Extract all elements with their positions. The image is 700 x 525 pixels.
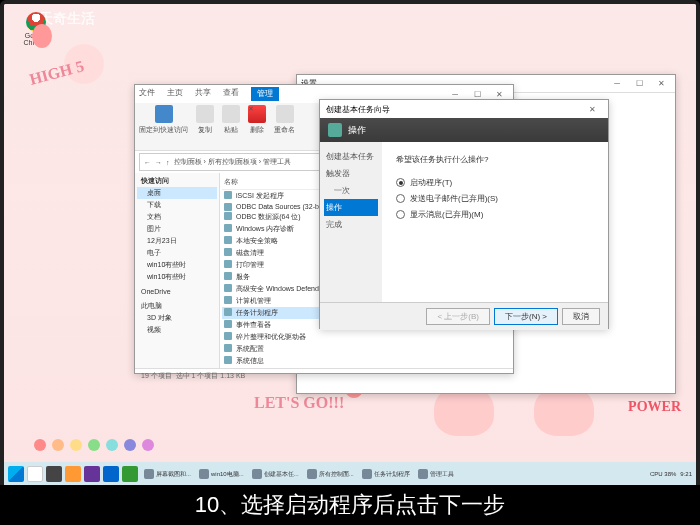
wizard-step-finish[interactable]: 完成 — [324, 216, 378, 233]
system-tray[interactable]: CPU 38% 9:21 — [650, 471, 692, 477]
ribbon-copy[interactable]: 复制 — [196, 105, 214, 135]
wizard-step-create[interactable]: 创建基本任务 — [324, 148, 378, 165]
radio-icon — [396, 178, 405, 187]
taskview-icon[interactable] — [46, 466, 62, 482]
maximize-button[interactable]: ☐ — [629, 77, 649, 91]
nav-up-icon[interactable]: ↑ — [166, 159, 170, 166]
wizard-header: 操作 — [320, 118, 608, 142]
taskbar-item[interactable]: 管理工具 — [415, 468, 457, 480]
wizard-step-trigger[interactable]: 触发器 — [324, 165, 378, 182]
ribbon-paste[interactable]: 粘贴 — [222, 105, 240, 135]
radio-show-message[interactable]: 显示消息(已弃用)(M) — [396, 209, 594, 220]
sidebar-onedrive[interactable]: OneDrive — [137, 287, 217, 296]
ribbon-delete[interactable]: ✕删除 — [248, 105, 266, 135]
tab-share[interactable]: 共享 — [195, 87, 211, 101]
wizard-window-title: 创建基本任务向导 — [326, 104, 390, 115]
tab-file[interactable]: 文件 — [139, 87, 155, 101]
radio-icon — [396, 194, 405, 203]
col-name[interactable]: 名称 — [224, 177, 238, 187]
file-item[interactable]: 系统信息 — [222, 355, 511, 367]
tray-time: 9:21 — [680, 471, 692, 477]
taskbar-item[interactable]: 任务计划程序 — [359, 468, 413, 480]
explorer-icon[interactable] — [65, 466, 81, 482]
minimize-button[interactable]: ─ — [607, 77, 627, 91]
delete-icon: ✕ — [248, 105, 266, 123]
search-icon[interactable] — [27, 466, 43, 482]
video-caption: 10、选择启动程序后点击下一步 — [0, 485, 700, 525]
paste-icon — [222, 105, 240, 123]
wizard-close-button[interactable]: ✕ — [582, 102, 602, 116]
color-dots — [34, 439, 154, 451]
taskbar-item[interactable]: 创建基本任... — [249, 468, 302, 480]
taskbar-item[interactable]: 屏幕截图和... — [141, 468, 194, 480]
tab-home[interactable]: 主页 — [167, 87, 183, 101]
sidebar-thispc[interactable]: 此电脑 — [137, 300, 217, 312]
balloon-sticker — [32, 24, 52, 48]
address-text: 控制面板 › 所有控制面板项 › 管理工具 — [174, 157, 291, 167]
wizard-main-panel: 希望该任务执行什么操作? 启动程序(T) 发送电子邮件(已弃用)(S) 显示消息… — [382, 142, 608, 302]
sidebar-downloads[interactable]: 下载 — [137, 199, 217, 211]
radio-start-program[interactable]: 启动程序(T) — [396, 177, 594, 188]
app2-icon[interactable] — [122, 466, 138, 482]
copy-icon — [196, 105, 214, 123]
file-item[interactable]: 碎片整理和优化驱动器 — [222, 331, 511, 343]
app-icon[interactable] — [84, 466, 100, 482]
taskbar: 屏幕截图和...win10电脑...创建基本任...所有控制面...任务计划程序… — [4, 462, 696, 486]
sidebar-videos[interactable]: 视频 — [137, 324, 217, 336]
nav-back-icon[interactable]: ← — [144, 159, 151, 166]
tray-cpu: CPU 38% — [650, 471, 676, 477]
radio-send-email[interactable]: 发送电子邮件(已弃用)(S) — [396, 193, 594, 204]
wizard-next-button[interactable]: 下一步(N) > — [494, 308, 558, 325]
close-button[interactable]: ✕ — [651, 77, 671, 91]
ribbon-pin[interactable]: 固定到快速访问 — [139, 105, 188, 135]
file-item[interactable]: 性能监视器 — [222, 367, 511, 368]
sidebar-desktop[interactable]: 桌面 — [137, 187, 217, 199]
taskbar-item[interactable]: win10电脑... — [196, 468, 247, 480]
file-item[interactable]: 系统配置 — [222, 343, 511, 355]
wizard-header-icon — [328, 123, 342, 137]
wizard-step-once[interactable]: 一次 — [324, 182, 378, 199]
high5-sticker: HIGH 5 — [28, 57, 86, 89]
tab-manage[interactable]: 管理 — [251, 87, 279, 101]
ribbon-rename[interactable]: 重命名 — [274, 105, 295, 135]
power-sticker: POWER — [628, 399, 681, 415]
wizard-footer: < 上一步(B) 下一步(N) > 取消 — [320, 302, 608, 330]
wizard-step-action[interactable]: 操作 — [324, 199, 378, 216]
letsgo-sticker: LET'S GO!!! — [254, 394, 344, 412]
explorer-sidebar: 快速访问 桌面 下载 文档 图片 12月23日 电子 win10有些时 win1… — [135, 173, 220, 368]
start-button[interactable] — [8, 466, 24, 482]
desktop-wallpaper: 天奇生活 Google Chrome HIGH 5 LET'S GO!!! PO… — [4, 4, 696, 486]
wizard-header-title: 操作 — [348, 124, 366, 137]
wizard-back-button[interactable]: < 上一步(B) — [426, 308, 490, 325]
rename-icon — [276, 105, 294, 123]
nav-fwd-icon[interactable]: → — [155, 159, 162, 166]
wizard-steps: 创建基本任务 触发器 一次 操作 完成 — [320, 142, 382, 302]
sidebar-folder-3[interactable]: win10有些时 — [137, 259, 217, 271]
explorer-statusbar: 19 个项目 选中 1 个项目 1.13 KB — [135, 368, 513, 384]
radio-icon — [396, 210, 405, 219]
tab-view[interactable]: 查看 — [223, 87, 239, 101]
sidebar-folder-2[interactable]: 电子 — [137, 247, 217, 259]
sidebar-documents[interactable]: 文档 — [137, 211, 217, 223]
task-wizard-dialog[interactable]: 创建基本任务向导 ✕ 操作 创建基本任务 触发器 一次 操作 完成 希望该任务执 — [319, 99, 609, 329]
sidebar-pictures[interactable]: 图片 — [137, 223, 217, 235]
sidebar-folder-4[interactable]: win10有些时 — [137, 271, 217, 283]
word-icon[interactable] — [103, 466, 119, 482]
sidebar-3d[interactable]: 3D 对象 — [137, 312, 217, 324]
pin-icon — [155, 105, 173, 123]
wizard-cancel-button[interactable]: 取消 — [562, 308, 600, 325]
wizard-question: 希望该任务执行什么操作? — [396, 154, 594, 165]
sidebar-quick[interactable]: 快速访问 — [137, 175, 217, 187]
sidebar-folder-1[interactable]: 12月23日 — [137, 235, 217, 247]
taskbar-item[interactable]: 所有控制面... — [304, 468, 357, 480]
